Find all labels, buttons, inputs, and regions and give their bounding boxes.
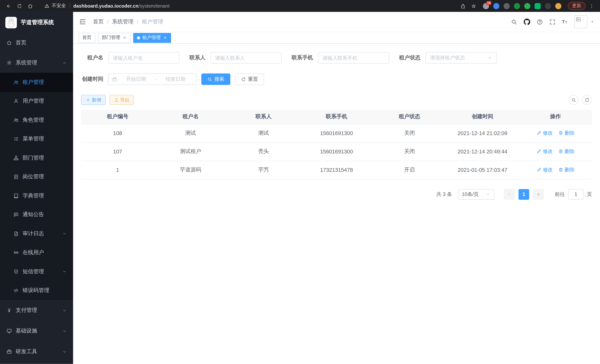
close-icon[interactable] — [163, 36, 167, 40]
sidebar-item-0[interactable]: 首页 — [0, 33, 73, 53]
pagination: 共 3 条 10条/页 1 前往 页 — [81, 189, 592, 200]
extension-icon-5[interactable] — [534, 3, 541, 9]
breadcrumb-item-1[interactable]: 系统管理 — [112, 18, 134, 25]
delete-link[interactable]: 删除 — [558, 130, 575, 137]
browser-menu-button[interactable] — [587, 1, 596, 11]
tab-2[interactable]: 租户管理 — [133, 33, 171, 43]
sidebar-item-7[interactable]: 岗位管理 — [0, 167, 73, 186]
sidebar-item-5[interactable]: 菜单管理 — [0, 130, 73, 149]
svg-text:T: T — [562, 19, 565, 24]
browser-back-button[interactable] — [4, 1, 14, 11]
sidebar-item-6[interactable]: 部门管理 — [0, 149, 73, 167]
sidebar-item-11[interactable]: 在线用户 — [0, 243, 73, 262]
filter-row-2: 创建时间 开始日期 - 结束日期 搜索 重置 — [81, 74, 592, 85]
browser-reload-button[interactable] — [14, 1, 24, 11]
delete-link[interactable]: 删除 — [558, 148, 575, 155]
export-button[interactable]: 导出 — [110, 95, 134, 105]
kebab-menu-icon — [589, 3, 594, 9]
cell-actions: 修改删除 — [519, 142, 592, 161]
sidebar-item-10[interactable]: 审计日志 — [0, 224, 73, 243]
tenant-status-select[interactable]: 请选择租户状态 — [426, 52, 497, 64]
sidebar-item-2[interactable]: 租户管理 — [0, 73, 73, 92]
sidebar-item-9[interactable]: 通知公告 — [0, 205, 73, 224]
edit-link[interactable]: 修改 — [536, 130, 553, 137]
contact-input[interactable] — [210, 52, 282, 64]
refresh-table-button[interactable] — [582, 95, 592, 105]
add-button[interactable]: 新增 — [81, 95, 106, 105]
url-text: dashboard.yudao.iocoder.cn/system/tenant — [73, 3, 169, 9]
page-size-select[interactable]: 10条/页 — [458, 189, 494, 200]
home-icon — [7, 40, 12, 46]
page-suffix: 页 — [587, 191, 592, 198]
font-size-icon[interactable]: TT — [562, 19, 568, 25]
page-1-button[interactable]: 1 — [519, 189, 529, 200]
close-icon[interactable] — [122, 36, 127, 40]
edit-link[interactable]: 修改 — [536, 166, 553, 173]
cell-create-time: 2021-12-14 21:02:09 — [446, 124, 519, 142]
app-logo-header[interactable]: 芋道管理系统 — [0, 12, 73, 33]
users-icon — [13, 117, 19, 123]
url-divider — [69, 3, 70, 9]
fullscreen-icon[interactable] — [549, 19, 556, 25]
edit-icon — [536, 149, 541, 154]
bookmark-button[interactable] — [469, 1, 478, 11]
sidebar-item-1[interactable]: 系统管理 — [0, 53, 73, 73]
edit-link[interactable]: 修改 — [536, 148, 553, 155]
goto-page-input[interactable] — [568, 189, 584, 200]
tenant-name-label: 租户名 — [81, 54, 103, 61]
toggle-search-button[interactable] — [569, 95, 579, 105]
avatar[interactable] — [574, 15, 587, 28]
github-icon[interactable] — [524, 18, 530, 25]
create-time-range-picker[interactable]: 开始日期 - 结束日期 — [108, 74, 197, 85]
sidebar-item-15[interactable]: 基础设施 — [0, 321, 73, 341]
cell-contact-name: 芋艿 — [227, 161, 300, 179]
chevron-down-icon — [488, 56, 492, 60]
help-icon[interactable] — [536, 19, 543, 25]
top-navbar: 首页/系统管理/租户管理 TT — [73, 12, 600, 32]
sidebar-item-8[interactable]: 字典管理 — [0, 186, 73, 205]
tab-0[interactable]: 首页 — [78, 33, 95, 43]
chevron-right-icon — [536, 192, 541, 196]
cell-actions: 修改删除 — [519, 124, 592, 142]
browser-update-button[interactable]: 更新 — [568, 2, 586, 10]
tenant-name-input[interactable] — [108, 52, 180, 64]
sidebar-item-12[interactable]: 短信管理 — [0, 262, 73, 281]
extension-icon-7[interactable] — [555, 3, 562, 9]
prev-page-button[interactable] — [504, 189, 515, 200]
search-button[interactable]: 搜索 — [201, 74, 230, 85]
column-header-3: 联系手机 — [300, 110, 373, 124]
avatar-caret-icon[interactable] — [590, 20, 594, 24]
share-button[interactable] — [458, 1, 468, 11]
column-header-0: 租户编号 — [81, 110, 154, 124]
next-page-button[interactable] — [533, 189, 544, 200]
sidebar-item-4[interactable]: 角色管理 — [0, 111, 73, 130]
delete-link[interactable]: 删除 — [558, 166, 575, 173]
header-search-icon[interactable] — [511, 19, 517, 25]
sidebar-collapse-button[interactable] — [79, 18, 86, 26]
extension-icon-3[interactable] — [514, 3, 520, 9]
phone-input[interactable] — [318, 52, 389, 64]
status-label: 租户状态 — [399, 54, 421, 61]
extension-icon-2[interactable] — [504, 3, 510, 9]
extension-icon-4[interactable] — [524, 3, 530, 9]
chevron-down-icon — [62, 350, 67, 354]
extension-icon-6[interactable] — [545, 3, 551, 9]
cell-create-time: 2021-12-14 20:49:44 — [446, 142, 519, 161]
sidebar-item-14[interactable]: 支付管理 — [0, 300, 73, 321]
book-icon — [13, 193, 19, 198]
chevron-down-icon — [62, 308, 67, 312]
sidebar-item-3[interactable]: 用户管理 — [0, 92, 73, 111]
browser-home-button[interactable] — [25, 1, 35, 11]
reset-button[interactable]: 重置 — [235, 74, 264, 85]
extension-icon-0[interactable]: 10 — [483, 3, 489, 9]
breadcrumb-item-0[interactable]: 首页 — [93, 18, 104, 25]
extension-icon-1[interactable] — [493, 3, 499, 9]
cell-contact-name: 测试 — [227, 124, 300, 142]
sidebar-item-13[interactable]: 错误码管理 — [0, 281, 73, 300]
sidebar-item-16[interactable]: 研发工具 — [0, 341, 73, 362]
tab-1[interactable]: 部门管理 — [98, 33, 131, 43]
table-body: 108测试测试15601691300关闭2021-12-14 21:02:09修… — [81, 124, 592, 179]
breadcrumb-item-2[interactable]: 租户管理 — [142, 18, 163, 25]
address-bar[interactable]: 不安全 dashboard.yudao.iocoder.cn/system/te… — [44, 3, 452, 9]
back-icon — [6, 3, 11, 9]
